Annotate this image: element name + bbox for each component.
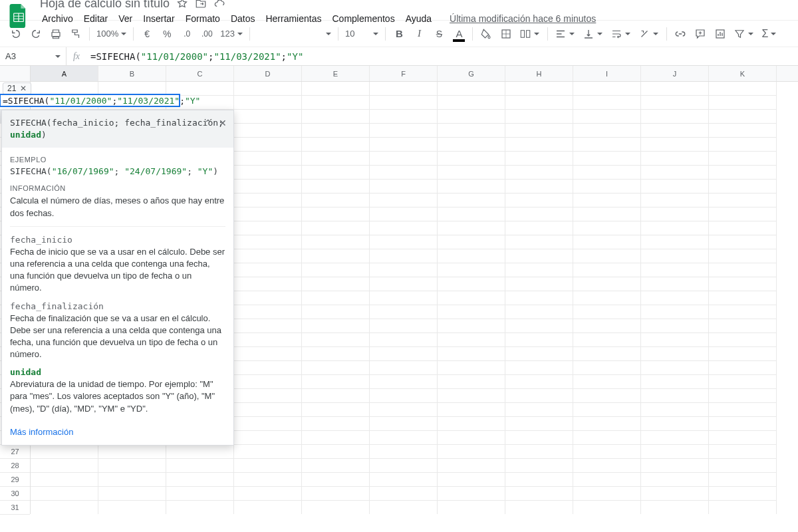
cell[interactable] (370, 138, 438, 152)
cell[interactable] (302, 389, 370, 403)
cell[interactable] (505, 361, 573, 375)
strikethrough-button[interactable]: S (430, 25, 448, 43)
cell[interactable] (370, 459, 438, 473)
cell[interactable] (505, 417, 573, 431)
cell[interactable] (641, 82, 709, 96)
horizontal-align-button[interactable] (552, 28, 579, 40)
cloud-status-icon[interactable] (213, 0, 225, 9)
menu-datos[interactable]: Datos (226, 11, 260, 27)
cell[interactable] (234, 249, 302, 263)
cell[interactable] (573, 305, 641, 319)
cell[interactable] (438, 361, 505, 375)
functions-button[interactable]: Σ (759, 28, 785, 40)
print-button[interactable] (47, 25, 65, 43)
cell[interactable] (302, 138, 370, 152)
cell[interactable] (370, 96, 438, 110)
cell[interactable] (234, 417, 302, 431)
spreadsheet-grid[interactable]: 1234567891011121314151617181920212223242… (0, 66, 798, 514)
cell[interactable] (505, 431, 573, 445)
cell[interactable] (641, 110, 709, 124)
cell[interactable] (573, 235, 641, 249)
menu-ver[interactable]: Ver (114, 11, 137, 27)
cell[interactable] (302, 96, 370, 110)
column-header-D[interactable]: D (234, 66, 302, 81)
cell[interactable] (709, 263, 777, 277)
cell[interactable] (234, 124, 302, 138)
cell[interactable] (709, 124, 777, 138)
cell[interactable] (234, 347, 302, 361)
cell[interactable] (302, 291, 370, 305)
text-rotation-button[interactable] (636, 28, 662, 40)
merge-cells-button[interactable] (517, 28, 543, 40)
cell[interactable] (641, 235, 709, 249)
cell[interactable] (31, 459, 98, 473)
cell[interactable] (709, 487, 777, 501)
undo-button[interactable] (7, 25, 25, 43)
increase-decimal-button[interactable]: .00 (198, 25, 216, 43)
cell[interactable] (709, 305, 777, 319)
cell[interactable] (505, 375, 573, 389)
cell[interactable] (573, 277, 641, 291)
cell[interactable] (573, 501, 641, 514)
cell[interactable] (370, 180, 438, 194)
cell[interactable] (370, 417, 438, 431)
cell[interactable] (438, 221, 505, 235)
text-wrap-button[interactable] (608, 28, 634, 40)
cell[interactable] (709, 249, 777, 263)
star-icon[interactable] (176, 0, 188, 9)
cell[interactable] (505, 96, 573, 110)
cell[interactable] (641, 152, 709, 166)
cell[interactable] (505, 194, 573, 207)
cell[interactable] (302, 445, 370, 459)
cell[interactable] (641, 263, 709, 277)
cell[interactable] (234, 207, 302, 221)
cell[interactable] (302, 375, 370, 389)
percent-button[interactable]: % (158, 25, 176, 43)
cell[interactable] (709, 431, 777, 445)
cell[interactable] (573, 249, 641, 263)
cell[interactable] (438, 445, 505, 459)
cell[interactable] (370, 375, 438, 389)
cell[interactable] (641, 473, 709, 487)
cell[interactable] (505, 403, 573, 417)
currency-button[interactable]: € (138, 25, 156, 43)
cell[interactable] (505, 221, 573, 235)
cell[interactable] (302, 152, 370, 166)
cell[interactable] (438, 319, 505, 333)
cell[interactable] (641, 361, 709, 375)
cell[interactable] (234, 152, 302, 166)
cell[interactable] (505, 487, 573, 501)
cell[interactable] (505, 501, 573, 514)
cell[interactable] (505, 124, 573, 138)
cell[interactable] (505, 110, 573, 124)
cell[interactable] (641, 138, 709, 152)
column-header-E[interactable]: E (302, 66, 370, 81)
cell[interactable] (573, 152, 641, 166)
cell[interactable] (31, 473, 98, 487)
cell[interactable] (370, 263, 438, 277)
column-header-F[interactable]: F (370, 66, 438, 81)
cell[interactable] (302, 431, 370, 445)
column-header-C[interactable]: C (166, 66, 234, 81)
cell[interactable] (166, 473, 234, 487)
cell[interactable] (370, 445, 438, 459)
text-color-button[interactable]: A (450, 25, 468, 43)
cell[interactable] (573, 361, 641, 375)
cell[interactable] (234, 487, 302, 501)
cell[interactable] (438, 263, 505, 277)
cell[interactable] (302, 473, 370, 487)
cell[interactable] (438, 473, 505, 487)
italic-button[interactable]: I (410, 25, 428, 43)
cell[interactable] (370, 473, 438, 487)
cell[interactable] (641, 124, 709, 138)
cell[interactable] (234, 277, 302, 291)
cell[interactable] (573, 291, 641, 305)
cell[interactable] (641, 180, 709, 194)
cell[interactable] (166, 445, 234, 459)
row-header[interactable]: 27 (0, 445, 30, 459)
cell[interactable] (709, 347, 777, 361)
cell[interactable] (505, 347, 573, 361)
cell[interactable] (370, 249, 438, 263)
cell[interactable] (573, 96, 641, 110)
cell[interactable] (709, 221, 777, 235)
